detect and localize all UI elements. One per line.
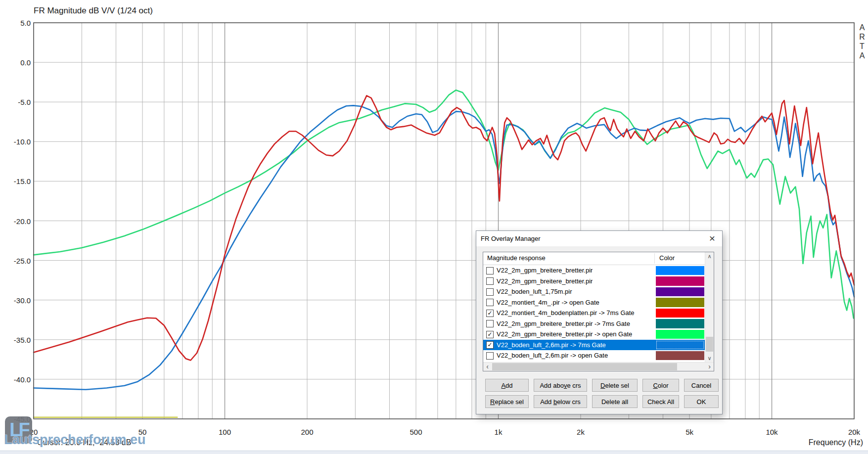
button-ok[interactable]: OK (684, 395, 719, 408)
x-tick-label: 1k (495, 428, 503, 436)
row-color-swatch[interactable] (656, 340, 704, 350)
list-item[interactable]: V22_2m_gpm_breitere_bretter.pir (483, 276, 705, 287)
column-divider[interactable] (654, 253, 655, 264)
row-label: V22_montiert_4m_bodenplatten.pir -> 7ms … (497, 309, 635, 317)
vertical-scroll-thumb[interactable] (706, 337, 713, 352)
y-tick-label: -20.0 (1, 217, 31, 225)
brand-letter: A (858, 51, 866, 60)
list-item[interactable]: V22_boden_luft_1,75m.pir (483, 286, 705, 297)
close-icon[interactable]: × (703, 232, 721, 245)
x-tick-label: 500 (410, 428, 422, 436)
watermark-text: Lautsprecherforum.eu (4, 432, 146, 448)
fr-magnitude-plot[interactable] (0, 0, 868, 454)
row-label: V22_montiert_4m_.pir -> open Gate (497, 299, 599, 306)
brand-letter: T (858, 42, 866, 51)
y-tick-label: 0.0 (1, 58, 31, 67)
y-tick-label: -40.0 (1, 375, 31, 383)
list-item[interactable]: V22_2m_gpm_breitere_bretter.pir (483, 265, 705, 276)
y-tick-label: -35.0 (1, 335, 31, 344)
row-checkbox[interactable]: ✓ (486, 331, 494, 338)
row-color-swatch[interactable] (656, 276, 704, 286)
button-add-below-crs[interactable]: Add below crs (534, 395, 587, 408)
y-tick-label: -30.0 (1, 296, 31, 304)
row-label: V22_2m_gpm_breitere_bretter.pir (497, 277, 593, 285)
x-tick-label: 100 (219, 428, 231, 436)
y-tick-label: -25.0 (1, 256, 31, 265)
horizontal-scroll-thumb[interactable] (492, 363, 677, 370)
fr-overlay-manager-dialog: FR Overlay Manager × Magnitude response … (476, 230, 723, 414)
x-tick-label: 5k (685, 428, 693, 436)
y-tick-label: -5.0 (1, 98, 31, 106)
row-color-swatch[interactable] (656, 287, 704, 297)
button-cancel[interactable]: Cancel (684, 379, 719, 392)
list-item[interactable]: ✓ V22_montiert_4m_bodenplatten.pir -> 7m… (483, 308, 705, 318)
column-header-color[interactable]: Color (659, 254, 675, 262)
button-add[interactable]: Add (485, 379, 529, 392)
row-color-swatch[interactable] (656, 309, 704, 318)
button-check-all[interactable]: Check All (642, 395, 679, 408)
scroll-up-icon[interactable]: ∧ (705, 252, 714, 261)
y-tick-label: -15.0 (1, 177, 31, 185)
row-checkbox[interactable] (486, 277, 494, 285)
curve-v22-boden-luft-2-6m-pir-7ms-gate (34, 105, 854, 389)
x-axis-label: Frequency (Hz) (809, 438, 863, 447)
row-color-swatch[interactable] (656, 266, 704, 275)
list-item[interactable]: V22_boden_luft_2,6m.pir -> open Gate (483, 350, 705, 361)
button-color[interactable]: Color (642, 379, 679, 392)
x-tick-label: 20k (848, 428, 860, 436)
overlay-rows: V22_2m_gpm_breitere_bretter.pir V22_2m_g… (483, 265, 705, 361)
brand-letter: R (858, 32, 866, 42)
row-label: V22_2m_gpm_breitere_bretter.pir -> open … (497, 330, 632, 338)
overlay-list[interactable]: Magnitude response Color V22_2m_gpm_brei… (483, 252, 714, 371)
y-tick-label: -10.0 (1, 137, 31, 146)
dialog-titlebar[interactable]: FR Overlay Manager × (476, 231, 722, 246)
row-checkbox[interactable] (486, 352, 494, 360)
list-header[interactable]: Magnitude response Color (483, 252, 705, 265)
list-item[interactable]: V22_2m_gpm_breitere_bretter.pir -> 7ms G… (483, 318, 705, 329)
button-replace-sel[interactable]: Replace sel (485, 395, 529, 408)
row-checkbox[interactable] (486, 288, 494, 296)
row-label: V22_2m_gpm_breitere_bretter.pir (497, 267, 593, 274)
row-color-swatch[interactable] (656, 351, 704, 361)
row-label: V22_boden_luft_2,6m.pir -> 7ms Gate (497, 341, 606, 349)
row-color-swatch[interactable] (656, 298, 704, 307)
vertical-scrollbar[interactable]: ∧ ∨ (705, 252, 714, 363)
row-checkbox[interactable]: ✓ (486, 310, 494, 317)
y-tick-label: 5.0 (1, 19, 31, 27)
list-item[interactable]: ✓ V22_boden_luft_2,6m.pir -> 7ms Gate (483, 340, 705, 351)
scroll-left-icon[interactable]: ‹ (483, 363, 492, 371)
row-label: V22_2m_gpm_breitere_bretter.pir -> 7ms G… (497, 320, 630, 327)
button-delete-all[interactable]: Delete all (592, 395, 638, 408)
row-label: V22_boden_luft_1,75m.pir (497, 288, 572, 295)
list-item[interactable]: V22_montiert_4m_.pir -> open Gate (483, 297, 705, 308)
arta-window: FR Magnitude dB V/V (1/24 oct) ARTA 5.00… (0, 0, 868, 454)
list-item[interactable]: ✓ V22_2m_gpm_breitere_bretter.pir -> ope… (483, 329, 705, 340)
x-tick-label: 10k (766, 428, 777, 436)
scroll-down-icon[interactable]: ∨ (705, 354, 714, 363)
brand-letter: A (858, 23, 866, 32)
scroll-right-icon[interactable]: › (705, 363, 714, 371)
x-tick-label: 200 (301, 428, 313, 436)
curve-v22-montiert-4m-bodenplatten-pir-7ms-gate (34, 95, 854, 360)
page-background-strip (0, 451, 868, 454)
button-add-above-crs[interactable]: Add above crs (534, 379, 587, 392)
row-checkbox[interactable]: ✓ (486, 341, 494, 349)
row-checkbox[interactable] (486, 267, 494, 274)
plot-title: FR Magnitude dB V/V (1/24 oct) (34, 6, 153, 16)
x-tick-label: 2k (577, 428, 585, 436)
row-color-swatch[interactable] (656, 319, 704, 328)
row-checkbox[interactable] (486, 320, 494, 327)
dialog-title: FR Overlay Manager (481, 235, 541, 242)
row-checkbox[interactable] (486, 299, 494, 306)
button-delete-sel[interactable]: Delete sel (592, 379, 638, 392)
row-label: V22_boden_luft_2,6m.pir -> open Gate (497, 352, 608, 359)
column-header-magnitude[interactable]: Magnitude response (487, 254, 546, 262)
row-color-swatch[interactable] (656, 330, 704, 339)
arta-brand-vertical: ARTA (858, 23, 866, 60)
horizontal-scrollbar[interactable]: ‹ › (483, 362, 714, 371)
